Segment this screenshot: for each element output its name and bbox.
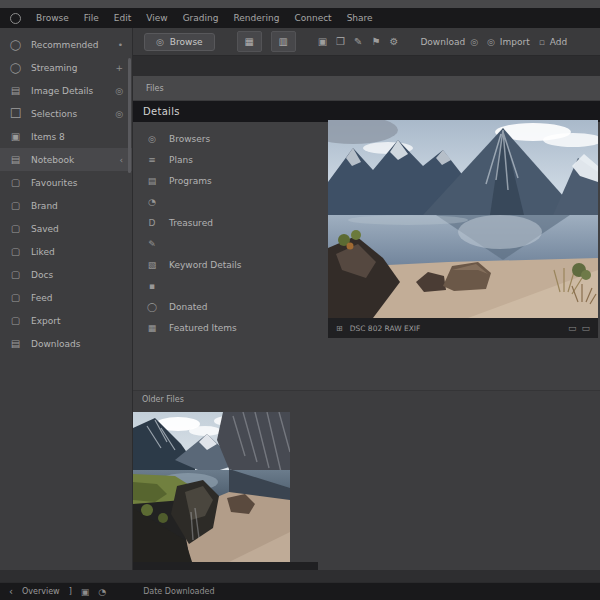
sidebar-item-items8[interactable]: ▣ Items 8 [0,125,132,148]
sidebar-item-export[interactable]: ▢ Export [0,309,132,332]
sidebar-item-label: Items 8 [31,132,65,142]
sidebar-item-label: Notebook [31,155,74,165]
grid-small-icon: ⊞ [336,324,343,333]
add-button[interactable]: ▫ Add [539,37,568,47]
import-button[interactable]: ◎ Import [487,37,530,47]
preview-image-mountain-lake[interactable] [328,120,598,318]
detail-row-donated[interactable]: ◯ Donated [141,296,327,317]
detail-row-icon-only-3[interactable]: ▪ [141,275,327,296]
circle-icon: ◯ [9,39,22,50]
detail-row-icon-only-2[interactable]: ✎ [141,233,327,254]
detail-row-browsers[interactable]: ◎ Browsers [141,128,327,149]
format-badge-icon[interactable]: ▭ [581,323,590,333]
preview-caption-bar: ⊞ DSC 802 RAW EXIF ▭ ▭ [328,318,598,338]
sidebar-item-docs[interactable]: ▢ Docs [0,263,132,286]
sidebar-item-streaming[interactable]: ◯ Streaming + [0,56,132,79]
detail-row-label: Browsers [169,134,210,144]
details-header: Details [133,101,600,122]
sidebar-item-label: Recommended [31,40,99,50]
thumbnail-caption-line2: Date Downloaded [143,587,214,596]
detail-row-programs[interactable]: ▤ Programs [141,170,327,191]
edit-icon[interactable]: ✎ [354,36,362,47]
checkbox-icon[interactable]: ☐ [9,106,22,121]
files-bar[interactable]: Files [133,76,600,101]
format-badge-icon[interactable]: ▭ [568,323,577,333]
square-icon: ▢ [9,223,22,234]
circle-icon: ◯ [146,302,158,312]
menu-rendering[interactable]: Rendering [233,13,279,23]
detail-row-label: Programs [169,176,212,186]
dot-badge-icon: • [118,40,123,50]
list-icon: ▤ [9,85,22,96]
image-icon[interactable]: ▣ [318,36,327,47]
import-icon: ◎ [487,37,495,47]
grid-icon[interactable]: ▣ [81,587,90,597]
letter-d-icon: D [146,218,158,228]
sidebar-scrollbar[interactable] [128,58,131,173]
menu-browse[interactable]: Browse [36,13,69,23]
sidebar-item-selections[interactable]: ☐ Selections ◎ [0,102,132,125]
sidebar-item-label: Selections [31,109,77,119]
target-icon[interactable]: ◎ [115,86,123,96]
add-button-label: Add [550,37,567,47]
copy-icon[interactable]: ❐ [336,36,345,47]
menu-grading[interactable]: Grading [183,13,219,23]
target-icon[interactable]: ◎ [115,109,123,119]
preview-filename: DSC 802 RAW EXIF [350,324,421,333]
menu-file[interactable]: File [84,13,99,23]
square-icon: ▢ [9,177,22,188]
lines-icon: ≡ [146,155,158,165]
list-view-button[interactable]: ▥ [271,31,296,52]
thumbnail-image-mountain-lake[interactable] [133,412,290,565]
toolbar: ◎ Browse ▦ ▥ ▣ ❐ ✎ ⚑ ⚙ Download ◎ ◎ Impo… [133,28,600,56]
detail-row-treasured[interactable]: D Treasured [141,212,327,233]
download-button-label: Download [420,37,465,47]
detail-row-label: Donated [169,302,207,312]
menu-view[interactable]: View [146,13,167,23]
chevron-left-icon[interactable]: ‹ [119,155,123,165]
app-logo-icon [10,13,21,24]
details-header-title: Details [143,106,180,117]
detail-row-featured-items[interactable]: ▦ Featured Items [141,317,327,338]
sidebar-item-label: Export [31,316,60,326]
sidebar-item-saved[interactable]: ▢ Saved [0,217,132,240]
sidebar-item-notebook[interactable]: ▤ Notebook ‹ [0,148,132,171]
sidebar-item-favourites[interactable]: ▢ Favourites [0,171,132,194]
clock-icon[interactable]: ◔ [98,587,106,597]
sidebar-item-brand[interactable]: ▢ Brand [0,194,132,217]
download-badge-icon: ◎ [470,37,478,47]
sidebar-item-image-details[interactable]: ▤ Image Details ◎ [0,79,132,102]
grid-icon: ▦ [146,323,158,333]
menu-edit[interactable]: Edit [114,13,131,23]
bottom-strip [0,570,600,582]
detail-row-plans[interactable]: ≡ Plans [141,149,327,170]
back-chevron-icon[interactable]: ‹ [9,586,13,597]
plus-icon[interactable]: + [115,63,123,73]
target-icon: ◎ [146,134,158,144]
grid-view-button[interactable]: ▦ [237,31,262,52]
detail-row-label: Plans [169,155,193,165]
bracket-glyph: ] [69,587,72,596]
flag-icon[interactable]: ⚑ [371,36,380,47]
detail-row-label: Featured Items [169,323,237,333]
detail-row-icon-only-1[interactable]: ◔ [141,191,327,212]
dot-icon: ▪ [146,281,158,291]
sidebar-item-feed[interactable]: ▢ Feed [0,286,132,309]
target-icon: ◎ [156,37,164,47]
circle-icon: ◯ [9,62,22,73]
sidebar-item-recommended[interactable]: ◯ Recommended • [0,33,132,56]
sidebar-item-downloads[interactable]: ▤ Downloads [0,332,132,355]
gear-icon[interactable]: ⚙ [389,36,398,47]
sidebar-item-liked[interactable]: ▢ Liked [0,240,132,263]
menubar: Browse File Edit View Grading Rendering … [0,8,600,28]
sidebar-item-label: Brand [31,201,58,211]
sidebar-item-label: Feed [31,293,52,303]
browse-button[interactable]: ◎ Browse [144,33,215,51]
menu-share[interactable]: Share [347,13,373,23]
details-list: ◎ Browsers ≡ Plans ▤ Programs ◔ D Treasu… [141,128,327,338]
square-icon: ▢ [9,315,22,326]
download-button[interactable]: Download ◎ [420,37,478,47]
square-icon: ▢ [9,200,22,211]
detail-row-keyword-details[interactable]: ▧ Keyword Details [141,254,327,275]
menu-connect[interactable]: Connect [294,13,331,23]
